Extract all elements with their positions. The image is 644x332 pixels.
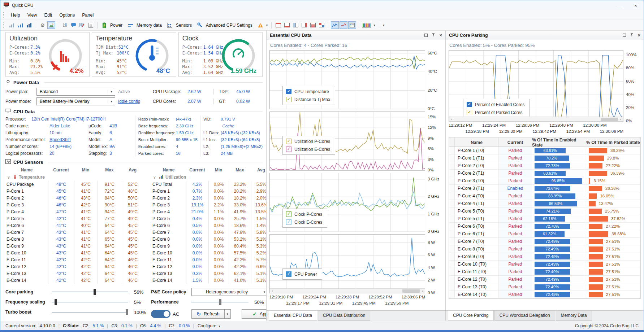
menu-item-view[interactable]: View xyxy=(24,11,41,19)
table-row[interactable]: E-Core 13 (T0)Parked72.49%27.51% xyxy=(449,283,640,291)
table-row[interactable]: P-Core 4 (T1)Parked86.53%13.47% xyxy=(449,200,640,208)
spline-chart-toggle-icon[interactable] xyxy=(340,21,347,29)
legend-checkbox[interactable]: ✓ xyxy=(286,219,291,225)
sensor-row[interactable]: P-Core 22.3%0.0%18.2%2.0% xyxy=(151,195,267,201)
apply-button[interactable]: ✓Apply xyxy=(242,309,267,319)
scroll-right-arrow[interactable]: › xyxy=(420,289,425,293)
panel-layout-right-icon[interactable] xyxy=(300,21,308,29)
configure-menu[interactable]: Configure ▾ xyxy=(198,323,221,328)
slider-thumb[interactable] xyxy=(219,299,221,305)
tab-cpu-core-parking[interactable]: CPU Core Parking xyxy=(448,311,494,321)
sensor-row[interactable]: E-Core 90.0%0.0%60.4%5.3% xyxy=(151,243,267,249)
sensor-row[interactable]: P-Core 641°C40°C64°C45°C xyxy=(5,222,143,229)
table-row[interactable]: P-Core 2 (T1)Parked63.61%36.39% xyxy=(449,170,640,177)
scroll-left-arrow[interactable]: ‹ xyxy=(449,117,454,121)
notes-icon[interactable] xyxy=(87,21,95,29)
table-row[interactable]: E-Core 8 (T0)Parked72.49%27.51% xyxy=(449,245,640,253)
table-row[interactable]: P-Core 5 (T1)Parked62.18%37.82% xyxy=(449,215,640,223)
line-chart-toggle-icon[interactable] xyxy=(331,21,339,29)
toolbar-sensors-label[interactable]: Sensors xyxy=(176,23,192,28)
legend-checkbox[interactable]: ✓ xyxy=(467,102,472,107)
pin-icon[interactable] xyxy=(432,33,435,38)
tab-memory-data[interactable]: Memory Data xyxy=(556,311,592,321)
sensor-row[interactable]: E-Core 120.0%0.0%42.2%6.9% xyxy=(151,263,267,270)
toolbar-memory-label[interactable]: Memory data xyxy=(137,23,162,28)
core-parking-slider[interactable] xyxy=(52,289,128,295)
close-panel-icon[interactable]: × xyxy=(637,34,640,37)
sensor-row[interactable]: E-Core 141.5%0.0%41.0%5.1% xyxy=(151,277,267,284)
sensor-row[interactable]: CPU Total4.2%0.8%23.2%5.5% xyxy=(151,181,267,188)
table-row[interactable]: E-Core 12 (T0)Parked72.49%27.51% xyxy=(449,276,640,283)
power-mode-select[interactable]: Better Battery-life Overlay▾ xyxy=(36,97,115,105)
slider-thumb[interactable] xyxy=(94,289,96,295)
tab-cpu-workload-delegation[interactable]: CPU Workload Delegation xyxy=(494,311,555,321)
menu-item-options[interactable]: Options xyxy=(56,11,78,19)
chart-horizontal-scrollbar[interactable]: ‹› xyxy=(270,288,425,293)
table-row[interactable]: E-Core 10 (T0)Parked72.49%27.51% xyxy=(449,261,640,268)
warning-dropdown-arrow[interactable]: ▾ xyxy=(265,23,269,27)
table-row[interactable]: P-Core 3 (T0)Parked96.85%3.15% xyxy=(449,177,640,185)
tab-cpu-data-distribution[interactable]: CPU Data Distribution xyxy=(318,311,370,321)
sensor-row[interactable]: E-Core 70.0%0.0%47.9%5.8% xyxy=(151,229,267,236)
scroll-thumb[interactable] xyxy=(601,118,618,121)
sensor-row[interactable]: E-Core 1442°C42°C64°C46°C xyxy=(5,277,143,284)
gauge-settings-icon[interactable]: ⚙ xyxy=(39,21,47,29)
slider-thumb[interactable] xyxy=(55,299,57,305)
pin-icon[interactable] xyxy=(630,33,634,38)
bar-chart-medium-icon[interactable] xyxy=(17,21,25,29)
sensor-row[interactable]: E-Core 843°C41°C65°C45°C xyxy=(5,236,143,243)
sensor-row[interactable]: E-Core 1242°C42°C64°C46°C xyxy=(5,263,143,270)
table-row[interactable]: P-Core 6 (T0)Parked72.78%27.22% xyxy=(449,223,640,230)
tab-essential-cpu-data[interactable]: Essential CPU Data xyxy=(269,311,317,321)
refresh-button[interactable]: ↻Refresh xyxy=(191,309,225,319)
table-row[interactable]: P-Core 1 (T0)Parked63.61%36.39% xyxy=(449,147,640,154)
panel-layout-grid-icon[interactable] xyxy=(317,21,325,29)
sensor-row[interactable]: P-Core 60.5%0.0%18.6%1.4% xyxy=(151,222,267,229)
edit-table-icon[interactable] xyxy=(78,21,86,29)
legend-checkbox[interactable]: ✓ xyxy=(286,97,291,102)
comment-icon[interactable] xyxy=(69,21,77,29)
turbo-boost-slider[interactable] xyxy=(52,309,128,315)
sensor-group-row[interactable]: ∨Temperature xyxy=(5,174,143,181)
sensor-row[interactable]: P-Core 145°C41°C72°C48°C xyxy=(5,188,143,195)
sensor-row[interactable]: P-Core 542°C41°C77°C49°C xyxy=(5,215,143,222)
toolbar-advanced-label[interactable]: Advanced CPU Settings xyxy=(206,23,252,28)
table-row[interactable]: E-Core 9 (T0)Parked72.49%27.51% xyxy=(449,253,640,261)
sensor-row[interactable]: P-Core 50.4%0.0%25.7%1.5% xyxy=(151,215,267,222)
table-row[interactable]: P-Core 2 (T0)Parked72.78%27.22% xyxy=(449,162,640,170)
legend-checkbox[interactable]: ✓ xyxy=(286,89,291,94)
menu-item-panel[interactable]: Panel xyxy=(78,11,97,19)
pe-core-policy-select[interactable]: Heterogeneous policy▾ xyxy=(191,288,267,296)
speedshift-link[interactable]: SpeedShift xyxy=(49,137,88,142)
sensor-row[interactable]: P-Core 421.0%1.1%41.9%13.5% xyxy=(151,208,267,215)
sensor-row[interactable]: E-Core 110.0%0.0%42.2%5.7% xyxy=(151,256,267,263)
sensor-row[interactable]: P-Core 447°C41°C94°C49°C xyxy=(5,208,143,215)
maximize-panel-icon[interactable] xyxy=(623,34,626,37)
table-row[interactable]: E-Core 11 (T0)Parked72.49%27.51% xyxy=(449,268,640,276)
table-row[interactable]: P-Core 4 (T0)Parked83.95%16.05% xyxy=(449,192,640,200)
legend-checkbox[interactable]: ✓ xyxy=(286,139,291,144)
idle-config-link[interactable]: Iddle config xyxy=(118,99,150,104)
scroll-right-arrow[interactable]: › xyxy=(618,117,623,121)
sensor-row[interactable]: E-Core 80.0%0.0%53.2%5.1% xyxy=(151,236,267,243)
chevron-down-icon[interactable]: ∨ xyxy=(6,175,11,179)
maximize-panel-icon[interactable] xyxy=(424,34,428,37)
power-plan-select[interactable]: Balanced▾ xyxy=(36,88,115,96)
chart-legend-toggle-icon[interactable] xyxy=(348,21,356,29)
sensor-row[interactable]: E-Core 1342°C42°C64°C46°C xyxy=(5,270,143,277)
bar-chart-large-icon[interactable] xyxy=(25,21,33,29)
toolbar-power-label[interactable]: Power xyxy=(110,23,122,28)
legend-checkbox[interactable]: ✓ xyxy=(286,211,291,217)
sensor-row[interactable]: E-Core 100.0%0.0%57.5%5.2% xyxy=(151,249,267,256)
minimize-button[interactable]: — xyxy=(612,0,628,10)
close-panel-icon[interactable]: × xyxy=(439,34,442,37)
chart-palette-select[interactable] xyxy=(362,21,372,29)
refresh-dropdown-arrow[interactable]: ▾ xyxy=(225,309,231,319)
panel-layout-split-icon[interactable] xyxy=(291,21,299,29)
scroll-left-arrow[interactable]: ‹ xyxy=(270,289,275,293)
scroll-thumb[interactable] xyxy=(402,289,420,293)
palette-dropdown-arrow[interactable]: ▾ xyxy=(372,23,376,27)
sensor-row[interactable]: E-Core 130.3%0.0%62.1%5.1% xyxy=(151,270,267,277)
image-panel-icon[interactable] xyxy=(47,21,55,29)
bar-chart-small-icon[interactable] xyxy=(8,21,16,29)
